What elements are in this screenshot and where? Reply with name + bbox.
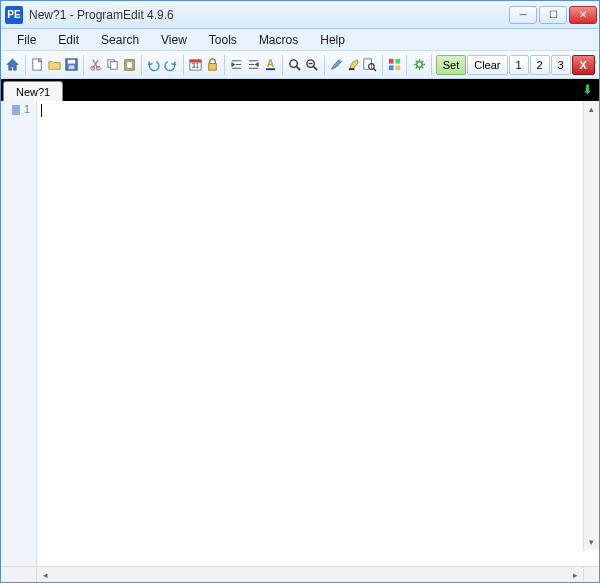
gutter-mark-icon <box>12 105 20 115</box>
menu-search[interactable]: Search <box>91 31 149 49</box>
svg-rect-14 <box>208 64 216 71</box>
svg-rect-9 <box>126 62 132 69</box>
menu-file[interactable]: File <box>7 31 46 49</box>
menu-macros[interactable]: Macros <box>249 31 308 49</box>
indent-left-icon[interactable] <box>229 55 245 75</box>
copy-icon[interactable] <box>105 55 121 75</box>
settings-icon[interactable] <box>411 55 427 75</box>
paste-icon[interactable] <box>121 55 137 75</box>
download-icon[interactable]: ⬇ <box>582 82 593 97</box>
bookmark-3-button[interactable]: 3 <box>551 55 571 75</box>
svg-rect-2 <box>67 60 75 64</box>
minimize-button[interactable]: ─ <box>509 6 537 24</box>
horizontal-scrollbar[interactable]: ◂ ▸ <box>1 566 599 582</box>
toolbar: 31 A Set Clear 1 2 3 X » <box>1 51 599 79</box>
clear-button[interactable]: Clear <box>467 55 507 75</box>
svg-rect-7 <box>111 62 118 70</box>
find-in-page-icon[interactable] <box>362 55 378 75</box>
menu-help[interactable]: Help <box>310 31 355 49</box>
scroll-track[interactable] <box>53 567 567 582</box>
zoom-out-icon[interactable] <box>304 55 320 75</box>
svg-text:A: A <box>267 58 275 69</box>
menu-edit[interactable]: Edit <box>48 31 89 49</box>
svg-rect-22 <box>389 59 394 64</box>
line-gutter: 1 <box>1 101 37 566</box>
app-icon: PE <box>5 6 23 24</box>
brush-icon[interactable] <box>328 55 344 75</box>
window-titlebar: PE New?1 - ProgramEdit 4.9.6 ─ ☐ ✕ <box>1 1 599 29</box>
close-button[interactable]: ✕ <box>569 6 597 24</box>
color-grid-icon[interactable] <box>387 55 403 75</box>
svg-rect-3 <box>68 65 74 69</box>
scroll-right-icon[interactable]: ▸ <box>567 567 583 582</box>
menu-view[interactable]: View <box>151 31 197 49</box>
window-title: New?1 - ProgramEdit 4.9.6 <box>29 8 509 22</box>
scroll-corner <box>583 567 599 582</box>
indent-right-icon[interactable] <box>246 55 262 75</box>
svg-rect-23 <box>395 59 400 64</box>
maximize-button[interactable]: ☐ <box>539 6 567 24</box>
svg-rect-25 <box>395 65 400 70</box>
cut-icon[interactable] <box>88 55 104 75</box>
svg-rect-10 <box>127 59 131 61</box>
svg-rect-24 <box>389 65 394 70</box>
vertical-scrollbar[interactable]: ▴ ▾ <box>583 101 599 550</box>
scroll-stub <box>1 567 37 582</box>
window-controls: ─ ☐ ✕ <box>509 6 597 24</box>
svg-rect-16 <box>266 68 275 70</box>
editor-area: 1 ▴ ▾ <box>1 101 599 566</box>
highlight-icon[interactable] <box>345 55 361 75</box>
line-number: 1 <box>24 103 30 115</box>
bookmark-2-button[interactable]: 2 <box>530 55 550 75</box>
calendar-icon[interactable]: 31 <box>187 55 203 75</box>
svg-text:31: 31 <box>192 62 200 69</box>
menu-tools[interactable]: Tools <box>199 31 247 49</box>
svg-point-17 <box>290 60 298 68</box>
tab-active[interactable]: New?1 <box>3 81 63 101</box>
redo-icon[interactable] <box>163 55 179 75</box>
new-file-icon[interactable] <box>30 55 46 75</box>
set-button[interactable]: Set <box>436 55 467 75</box>
zoom-icon[interactable] <box>287 55 303 75</box>
home-icon[interactable] <box>5 55 21 75</box>
text-editor[interactable] <box>37 101 599 566</box>
text-caret <box>41 104 42 117</box>
svg-point-26 <box>416 62 422 68</box>
bookmark-1-button[interactable]: 1 <box>509 55 529 75</box>
save-icon[interactable] <box>63 55 79 75</box>
undo-icon[interactable] <box>146 55 162 75</box>
open-file-icon[interactable] <box>46 55 62 75</box>
scroll-left-icon[interactable]: ◂ <box>37 567 53 582</box>
font-color-icon[interactable]: A <box>262 55 278 75</box>
scroll-up-icon[interactable]: ▴ <box>584 101 599 117</box>
scroll-down-icon[interactable]: ▾ <box>584 534 599 550</box>
svg-rect-19 <box>348 68 354 70</box>
menu-bar: File Edit Search View Tools Macros Help <box>1 29 599 51</box>
toolbar-overflow-icon[interactable]: » <box>592 57 597 67</box>
lock-icon[interactable] <box>204 55 220 75</box>
tab-strip: New?1 ⬇ <box>1 79 599 101</box>
